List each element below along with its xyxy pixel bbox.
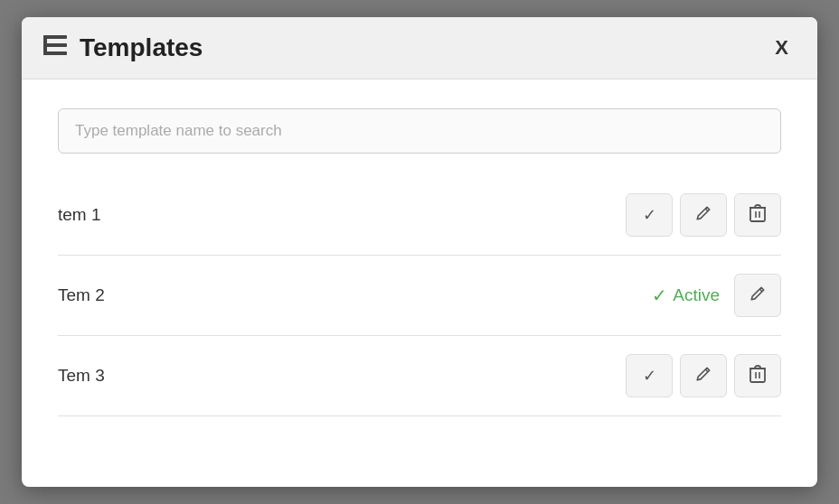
templates-modal: Templates X tem 1 ✓ xyxy=(22,17,817,487)
modal-overlay: Templates X tem 1 ✓ xyxy=(0,0,839,504)
template-list: tem 1 ✓ xyxy=(58,175,781,416)
delete-icon xyxy=(749,204,766,227)
modal-body: tem 1 ✓ xyxy=(22,79,817,438)
active-check-icon: ✓ xyxy=(652,285,667,306)
edit-icon xyxy=(749,285,766,306)
edit-button[interactable] xyxy=(680,354,727,397)
delete-button[interactable] xyxy=(734,354,781,397)
delete-icon xyxy=(749,365,766,387)
svg-rect-3 xyxy=(43,35,47,55)
activate-button[interactable]: ✓ xyxy=(626,193,673,237)
activate-button[interactable]: ✓ xyxy=(626,354,673,397)
template-name: Tem 3 xyxy=(58,366,105,386)
check-icon: ✓ xyxy=(643,366,656,386)
edit-button[interactable] xyxy=(680,193,727,237)
svg-rect-5 xyxy=(750,369,765,382)
template-name: tem 1 xyxy=(58,205,101,225)
header-left: Templates xyxy=(43,33,203,62)
list-icon xyxy=(43,35,67,61)
template-name: Tem 2 xyxy=(58,285,105,305)
template-actions: ✓ xyxy=(626,354,781,397)
template-row: Tem 2 ✓ Active xyxy=(58,256,781,336)
check-icon: ✓ xyxy=(643,205,656,225)
modal-header: Templates X xyxy=(22,17,817,79)
template-row: tem 1 ✓ xyxy=(58,175,781,256)
modal-title: Templates xyxy=(80,33,203,62)
svg-rect-4 xyxy=(750,208,765,221)
edit-icon xyxy=(695,205,712,226)
delete-button[interactable] xyxy=(734,193,781,237)
search-input[interactable] xyxy=(58,108,781,154)
template-actions: ✓ Active xyxy=(652,274,781,317)
template-actions: ✓ xyxy=(626,193,781,237)
edit-icon xyxy=(695,366,712,387)
template-row: Tem 3 ✓ xyxy=(58,336,781,416)
active-badge: ✓ Active xyxy=(652,285,720,306)
active-label: Active xyxy=(673,285,720,305)
close-button[interactable]: X xyxy=(768,34,796,61)
edit-button[interactable] xyxy=(734,274,781,317)
